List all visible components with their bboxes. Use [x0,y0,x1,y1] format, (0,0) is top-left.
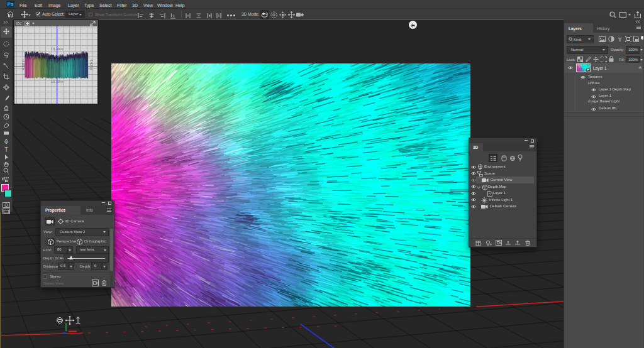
svg-text:T: T [4,146,8,153]
